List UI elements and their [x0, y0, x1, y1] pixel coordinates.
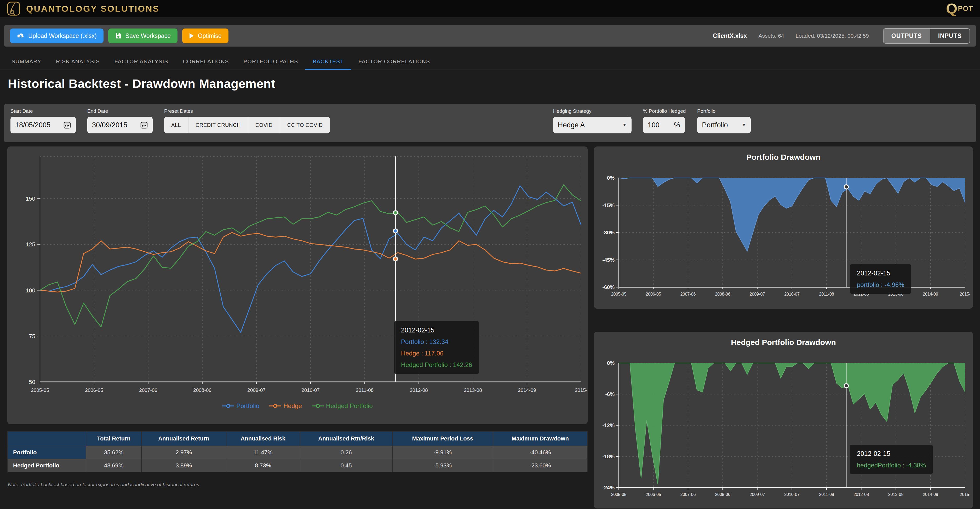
pct-hedged-input[interactable]: 100 % [643, 116, 685, 133]
workspace-status: ClientX.xlsx Assets: 64 Loaded: 03/12/20… [713, 28, 970, 44]
svg-text:2013-08: 2013-08 [888, 492, 904, 497]
svg-text:2015-: 2015- [960, 292, 970, 296]
svg-text:2006-05: 2006-05 [646, 492, 661, 497]
preset-all[interactable]: ALL [164, 116, 188, 133]
svg-text:-18%: -18% [602, 453, 614, 459]
chevron-down-icon: ▼ [622, 123, 627, 128]
table-cell: -23.60% [493, 459, 587, 472]
tab-correlations[interactable]: CORRELATIONS [175, 54, 236, 70]
start-date-input[interactable]: 18/05/2005 [10, 116, 76, 133]
top-header: QUANTOLOGY SOLUTIONS Q POT [0, 0, 980, 17]
svg-text:2009-07: 2009-07 [750, 492, 765, 497]
legend-marker-icon [312, 403, 324, 408]
legend-marker-icon [222, 403, 234, 408]
svg-text:2012-08: 2012-08 [853, 492, 869, 497]
filter-bar: Start Date 18/05/2005 End Date 30/09/201… [4, 104, 976, 142]
svg-text:2013-08: 2013-08 [888, 292, 904, 296]
start-date-value: 18/05/2005 [15, 121, 51, 129]
table-column-header: Maximum Drawdown [493, 431, 587, 446]
inputs-toggle-button[interactable]: INPUTS [930, 29, 970, 43]
table-column-header: Annualised Return [142, 431, 226, 446]
svg-text:-24%: -24% [602, 485, 614, 490]
qpot-q-glyph: Q [946, 1, 958, 16]
legend-item-portfolio[interactable]: Portfolio [222, 402, 259, 410]
svg-text:2007-06: 2007-06 [139, 388, 158, 393]
pct-hedged-value: 100 [648, 121, 660, 129]
portfolio-drawdown-panel: Portfolio Drawdown 0%-15%-30%-45%-60%200… [594, 147, 973, 309]
end-date-group: End Date 30/09/2015 [87, 108, 153, 133]
save-workspace-button[interactable]: Save Workspace [108, 29, 178, 43]
svg-text:2008-06: 2008-06 [193, 388, 212, 393]
qpot-pot-text: POT [958, 5, 973, 13]
upload-workspace-button[interactable]: Upload Workspace (.xlsx) [10, 29, 103, 43]
calendar-icon[interactable] [63, 121, 71, 129]
table-cell: 2.97% [142, 446, 226, 459]
workspace-toolbar: Upload Workspace (.xlsx) Save Workspace … [4, 25, 976, 46]
svg-text:-30%: -30% [602, 230, 614, 235]
svg-text:2011-08: 2011-08 [356, 388, 374, 393]
end-date-value: 30/09/2015 [92, 121, 127, 129]
svg-text:2014-09: 2014-09 [923, 492, 938, 497]
page-title: Historical Backtest - Drawdown Managemen… [8, 77, 275, 91]
portfolio-select-label: Portfolio [697, 108, 751, 114]
qpot-logo: Q POT [946, 1, 973, 16]
tab-portfolio-paths[interactable]: PORTFOLIO PATHS [236, 54, 305, 70]
legend-item-hedge[interactable]: Hedge [269, 402, 302, 410]
outputs-toggle-button[interactable]: OUTPUTS [883, 29, 930, 43]
upload-workspace-label: Upload Workspace (.xlsx) [28, 32, 97, 40]
table-row: Hedged Portfolio48.69%3.89%8.73%0.45-5.9… [8, 459, 587, 472]
play-icon [189, 33, 194, 39]
svg-text:-15%: -15% [602, 203, 614, 208]
preset-credit-crunch[interactable]: CREDIT CRUNCH [188, 116, 248, 133]
calendar-icon[interactable] [140, 121, 148, 129]
optimise-button[interactable]: Optimise [182, 29, 229, 43]
portfolio-select-value: Portfolio [702, 121, 728, 129]
portfolio-select-group: Portfolio Portfolio ▼ [697, 108, 751, 133]
tab-backtest[interactable]: BACKTEST [305, 54, 351, 70]
legend-label: Portfolio [236, 402, 259, 410]
footnote: Note: Portfolio backtest based on factor… [8, 482, 199, 488]
table-column-header [8, 431, 86, 446]
brand: QUANTOLOGY SOLUTIONS [7, 1, 159, 16]
portfolio-drawdown-chart[interactable]: 0%-15%-30%-45%-60%2005-052006-052007-062… [594, 162, 973, 306]
svg-text:2009-07: 2009-07 [750, 292, 765, 296]
table-row-label: Hedged Portfolio [8, 459, 86, 472]
svg-text:2005-05: 2005-05 [611, 492, 627, 497]
portfolio-select[interactable]: Portfolio ▼ [697, 116, 751, 133]
preset-dates-group: Preset Dates ALLCREDIT CRUNCHCOVIDCC TO … [164, 108, 330, 133]
svg-text:2010-07: 2010-07 [784, 492, 800, 497]
upload-cloud-icon [17, 33, 25, 39]
svg-text:125: 125 [25, 241, 35, 248]
legend-item-hedged-portfolio[interactable]: Hedged Portfolio [312, 402, 373, 410]
chevron-down-icon: ▼ [742, 123, 746, 128]
loaded-timestamp: Loaded: 03/12/2025, 00:42:59 [796, 33, 869, 39]
table-cell: 8.73% [226, 459, 300, 472]
end-date-input[interactable]: 30/09/2015 [87, 116, 153, 133]
save-floppy-icon [115, 32, 122, 39]
end-date-label: End Date [87, 108, 153, 114]
start-date-group: Start Date 18/05/2005 [10, 108, 76, 133]
hedged-portfolio-drawdown-chart[interactable]: 0%-6%-12%-18%-24%2005-052006-052007-0620… [594, 347, 973, 506]
table-cell: 0.45 [300, 459, 392, 472]
table-row-label: Portfolio [8, 446, 86, 459]
svg-text:2014-09: 2014-09 [518, 388, 536, 393]
table-cell: 35.62% [86, 446, 142, 459]
pct-hedged-label: % Portfolio Hedged [643, 108, 686, 114]
tab-factor-analysis[interactable]: FACTOR ANALYSIS [107, 54, 176, 70]
hedging-strategy-label: Hedging Strategy [553, 108, 632, 114]
svg-text:0%: 0% [607, 175, 614, 181]
table-cell: 11.47% [226, 446, 300, 459]
backtest-line-chart[interactable]: 15012510075502005-052006-052007-062008-0… [7, 147, 588, 400]
tab-summary[interactable]: SUMMARY [4, 54, 49, 70]
legend-label: Hedged Portfolio [326, 402, 373, 410]
preset-cc-to-covid[interactable]: CC TO COVID [280, 116, 330, 133]
tab-risk-analysis[interactable]: RISK ANALYSIS [49, 54, 107, 70]
preset-covid[interactable]: COVID [248, 116, 280, 133]
svg-text:-45%: -45% [602, 257, 614, 263]
assets-count: Assets: 64 [758, 33, 784, 39]
pct-hedged-group: % Portfolio Hedged 100 % [643, 108, 686, 133]
legend-marker-icon [269, 403, 281, 408]
tab-factor-correlations[interactable]: FACTOR CORRELATIONS [351, 54, 438, 70]
svg-text:2007-06: 2007-06 [681, 292, 696, 296]
hedging-strategy-select[interactable]: Hedge A ▼ [553, 116, 632, 133]
